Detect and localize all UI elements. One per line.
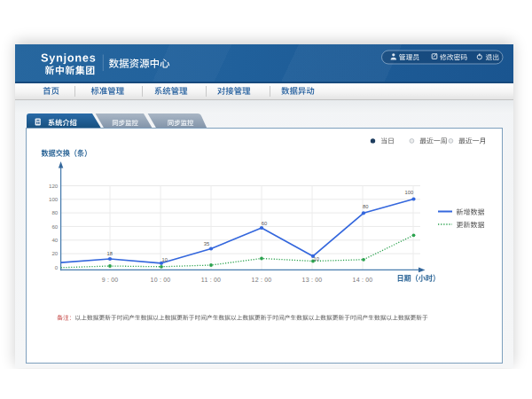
svg-text:13 : 00: 13 : 00 <box>302 277 323 283</box>
svg-text:20: 20 <box>51 250 58 256</box>
svg-text:0: 0 <box>55 264 59 270</box>
svg-text:35: 35 <box>204 241 209 246</box>
svg-text:10: 10 <box>314 256 319 262</box>
svg-text:9 : 00: 9 : 00 <box>102 277 119 283</box>
svg-text:120: 120 <box>49 183 59 189</box>
svg-text:100: 100 <box>49 196 59 202</box>
svg-text:11 : 00: 11 : 00 <box>201 277 221 283</box>
svg-text:60: 60 <box>51 223 58 230</box>
svg-text:14 : 00: 14 : 00 <box>353 277 373 283</box>
svg-text:60: 60 <box>262 221 267 226</box>
svg-text:40: 40 <box>51 237 58 243</box>
svg-text:12 : 00: 12 : 00 <box>252 277 272 283</box>
svg-text:18: 18 <box>106 251 112 256</box>
svg-text:10 : 00: 10 : 00 <box>151 277 171 283</box>
svg-text:10: 10 <box>162 257 168 262</box>
svg-text:80: 80 <box>51 209 58 215</box>
svg-text:100: 100 <box>404 190 413 195</box>
svg-text:80: 80 <box>363 204 368 209</box>
